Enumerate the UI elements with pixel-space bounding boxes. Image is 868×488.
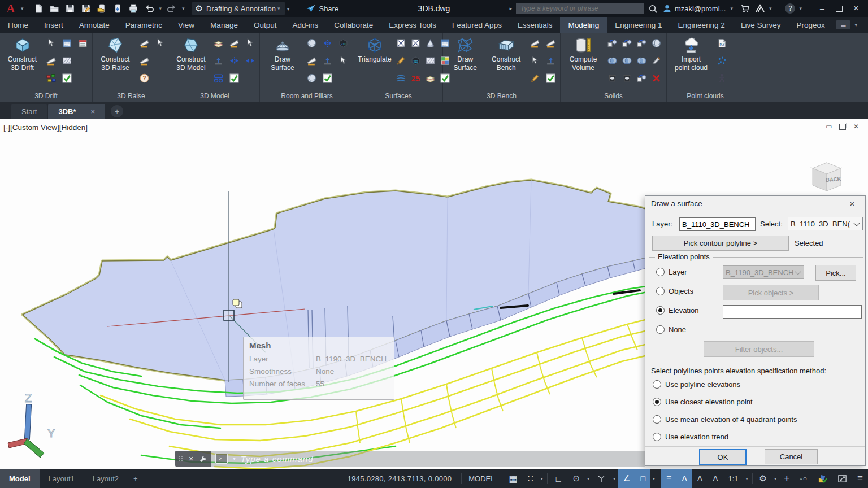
solids-compare-icon[interactable]	[635, 37, 648, 49]
contour-pair-icon[interactable]	[212, 72, 224, 84]
workspace-switcher[interactable]: ⚙ Drafting & Annotation ▾	[192, 2, 285, 15]
construct-3d-drift-button[interactable]: Construct3D Drift	[3, 34, 41, 90]
wedge-section-icon[interactable]	[528, 37, 541, 49]
plot-button[interactable]	[126, 2, 141, 15]
object-snap-tracking-toggle[interactable]: ∠	[618, 469, 635, 488]
elevation-icon[interactable]	[544, 54, 557, 67]
tab-manage[interactable]: Manage	[202, 17, 246, 33]
walker-scan-icon[interactable]	[715, 72, 728, 84]
cube-310-icon[interactable]	[337, 37, 349, 49]
hatch-squares-icon[interactable]	[424, 54, 437, 67]
help-button[interactable]: ?	[785, 3, 795, 14]
pick-point-icon[interactable]	[154, 37, 166, 49]
panel-label-room-and-pillars[interactable]: Room and Pillars	[260, 90, 354, 102]
wedge-section-icon[interactable]	[228, 37, 240, 49]
tab-engineering-2[interactable]: Engineering 2	[670, 17, 733, 33]
dialog-close-icon[interactable]: ×	[845, 199, 860, 208]
close-button[interactable]: ×	[848, 1, 865, 16]
radio-use-mean-elevation[interactable]: Use mean elevation of 4 quadrant points	[653, 415, 797, 424]
minimize-button[interactable]: –	[814, 1, 831, 16]
app-menu-caret-icon[interactable]: ▾	[21, 6, 24, 11]
compute-volume-button[interactable]: ComputeVolume	[564, 34, 602, 90]
snap-caret-icon[interactable]: ▾	[539, 469, 545, 488]
draw-surface-rp-button[interactable]: DrawSurface	[263, 34, 302, 90]
wedge-section-icon[interactable]	[138, 54, 150, 67]
version-25-icon[interactable]	[410, 72, 422, 84]
intersect-lens-icon[interactable]	[606, 54, 618, 67]
workspace-caret-icon[interactable]: ▾	[772, 469, 779, 488]
viewport-controls-label[interactable]: [-][Custom View][Hidden]	[3, 123, 88, 132]
model-slice-icon[interactable]	[212, 37, 224, 49]
delete-surface-icon[interactable]	[410, 37, 422, 49]
apply-check-icon[interactable]	[228, 72, 240, 84]
restore-button[interactable]	[831, 1, 848, 16]
open-file-button[interactable]	[47, 2, 62, 15]
radio-use-polyline-elevations[interactable]: Use polyline elevations	[653, 380, 740, 389]
cancel-button[interactable]: Cancel	[765, 449, 818, 464]
cup-solid-icon[interactable]	[606, 72, 618, 84]
colored-blocks-icon[interactable]	[45, 72, 57, 84]
file-tab-close-icon[interactable]: ×	[91, 107, 96, 116]
open-from-web-mobile-button[interactable]	[94, 2, 109, 15]
wedge-section-icon[interactable]	[45, 54, 57, 67]
annotation-autoscale-toggle[interactable]: Λ	[692, 469, 708, 488]
tab-home[interactable]: Home	[0, 17, 36, 33]
radio-use-closest-elevation-point[interactable]: Use closest elevation point	[653, 398, 753, 406]
radio-elevation-none[interactable]: None	[656, 325, 686, 334]
viewport-restore-icon[interactable]	[839, 123, 847, 130]
workspace-switching-button[interactable]: ⚙	[754, 469, 772, 488]
file-tab-start[interactable]: Start	[11, 104, 47, 119]
snap-mode-toggle[interactable]: ∷	[523, 469, 539, 488]
box-transfer-icon[interactable]	[620, 37, 633, 49]
construct-3d-model-button[interactable]: Construct3D Model	[173, 34, 209, 90]
save-as-button[interactable]	[79, 2, 93, 15]
tab-collaborate[interactable]: Collaborate	[326, 17, 381, 33]
model-space-toggle[interactable]: MODEL	[463, 469, 500, 488]
tab-express-tools[interactable]: Express Tools	[381, 17, 444, 33]
drift-network-icon[interactable]	[45, 37, 57, 49]
pencil-edit-icon[interactable]	[395, 54, 407, 67]
help-icon[interactable]	[138, 72, 150, 84]
apply-check-icon[interactable]	[544, 72, 557, 84]
command-close-icon[interactable]: ×	[189, 454, 193, 463]
contour-lines-icon[interactable]	[395, 72, 407, 84]
search-input[interactable]	[516, 3, 644, 14]
panel-label-3d-model[interactable]: 3D Model	[170, 90, 259, 102]
apply-check-icon[interactable]	[321, 72, 333, 84]
account-menu[interactable]: mzaki@promi... ▾	[662, 4, 735, 14]
elevation-value-input[interactable]	[723, 305, 862, 319]
intersect-lens-icon[interactable]	[620, 54, 633, 67]
autodesk-caret-icon[interactable]: ▾	[769, 6, 772, 11]
radio-elevation-value[interactable]: Elevation	[656, 306, 698, 315]
command-line-dock[interactable]: × >_ ▾ Type a command	[175, 451, 645, 467]
help-caret-icon[interactable]: ▾	[799, 6, 802, 11]
new-drawing-tab-button[interactable]: +	[111, 105, 123, 117]
viewcube[interactable]: BACK	[805, 156, 849, 200]
tab-view[interactable]: View	[170, 17, 202, 33]
file-tab-3db[interactable]: 3DB* ×	[48, 104, 105, 119]
pencil-edit-icon[interactable]	[528, 72, 541, 84]
draw-surface-bench-button[interactable]: DrawSurface	[446, 34, 484, 90]
undo-button[interactable]	[142, 2, 157, 15]
delete-red-x-icon[interactable]	[650, 72, 662, 84]
new-file-button[interactable]	[31, 2, 46, 15]
layer-cake-icon[interactable]	[424, 72, 437, 84]
tab-insert[interactable]: Insert	[36, 17, 71, 33]
new-layout-button[interactable]: +	[128, 474, 144, 483]
ok-button[interactable]: OK	[699, 449, 747, 465]
radio-use-elevation-trend[interactable]: Use elevation trend	[653, 433, 728, 441]
tab-progeox[interactable]: Progeox	[788, 17, 832, 33]
layout-tab-layout2[interactable]: Layout2	[84, 469, 128, 488]
panel-label-surfaces[interactable]: Surfaces	[354, 90, 442, 102]
pick-layer-button[interactable]: Pick...	[815, 265, 856, 281]
sphere-gear-icon[interactable]	[650, 37, 662, 49]
radio-elevation-layer[interactable]: Layer	[656, 268, 687, 276]
raise-section-icon[interactable]	[138, 37, 150, 49]
mesh-edit-icon[interactable]	[395, 37, 407, 49]
pick-point-icon[interactable]	[337, 54, 349, 67]
drift-folder-icon[interactable]	[76, 37, 89, 49]
ply-file-icon[interactable]	[715, 37, 728, 49]
pick-contour-polyline-button[interactable]: Pick contour polyline >	[652, 236, 789, 251]
cube-swap-icon[interactable]	[635, 72, 648, 84]
drag-handle-icon[interactable]	[179, 456, 183, 461]
